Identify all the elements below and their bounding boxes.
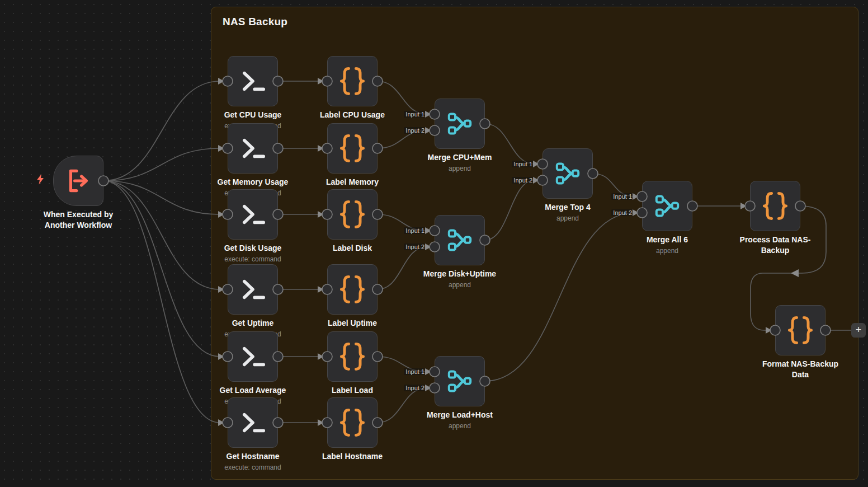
lightning-icon	[36, 174, 45, 185]
input-label-2: Input 2	[390, 384, 426, 392]
node-title: Label Memory	[308, 177, 397, 188]
node-title: Get Uptime	[208, 318, 298, 329]
terminal-icon	[233, 269, 273, 310]
node-body[interactable]	[327, 123, 378, 174]
code-braces-icon	[332, 336, 372, 377]
node-body[interactable]	[435, 215, 485, 265]
input-label-1: Input 1	[390, 368, 426, 376]
code-braces-icon	[332, 269, 372, 310]
node-body[interactable]	[327, 189, 378, 240]
input-label-1: Input 1	[390, 227, 426, 235]
node-body[interactable]	[542, 148, 593, 199]
node-title: Label Uptime	[308, 318, 397, 329]
terminal-icon	[233, 128, 273, 168]
node-title: Get CPU Usage	[208, 110, 298, 120]
node-title: Merge CPU+Mem	[415, 152, 504, 163]
node-title: Label Load	[308, 385, 397, 396]
node-title: Merge Load+Host	[415, 410, 504, 420]
node-title: Get Hostname	[208, 451, 298, 462]
node-body[interactable]	[775, 305, 825, 355]
add-node-button[interactable]: +	[851, 323, 866, 338]
node-body[interactable]	[750, 181, 800, 231]
node-body[interactable]	[327, 397, 378, 448]
node-body[interactable]	[435, 356, 485, 406]
input-label-2: Input 2	[498, 176, 534, 184]
merge-icon	[440, 361, 480, 401]
merge-icon	[440, 220, 480, 260]
node-body[interactable]	[228, 189, 278, 240]
input-label-2: Input 2	[390, 243, 426, 251]
node-title: Label Disk	[308, 243, 397, 254]
node-body[interactable]	[327, 331, 378, 382]
workflow-canvas[interactable]: NAS Backup When Executed by Another Work…	[0, 0, 868, 487]
node-body[interactable]	[642, 181, 692, 231]
input-label-2: Input 2	[598, 209, 634, 217]
merge-icon	[647, 186, 687, 226]
node-title: Get Disk Usage	[208, 243, 298, 254]
terminal-icon	[233, 194, 273, 235]
input-label-1: Input 1	[390, 110, 426, 118]
node-body[interactable]	[435, 99, 485, 149]
node-title: Get Load Average	[208, 385, 298, 396]
node-subtitle: append	[415, 165, 504, 172]
code-braces-icon	[780, 310, 820, 350]
node-subtitle: append	[415, 422, 504, 430]
node-body[interactable]	[228, 264, 278, 315]
input-label-1: Input 1	[498, 160, 534, 168]
node-body[interactable]	[53, 156, 103, 206]
node-body[interactable]	[228, 123, 278, 174]
node-body[interactable]	[327, 264, 378, 315]
node-title: Get Memory Usage	[208, 177, 298, 188]
node-body[interactable]	[327, 56, 378, 106]
node-title: Format NAS-Backup Data	[756, 359, 845, 380]
node-subtitle: append	[622, 247, 712, 255]
merge-icon	[548, 153, 588, 194]
code-braces-icon	[332, 194, 372, 235]
execute-workflow-icon	[58, 161, 98, 201]
node-body[interactable]	[228, 331, 278, 382]
code-braces-icon	[332, 128, 372, 168]
node-title: Label Hostname	[308, 451, 397, 462]
node-body[interactable]	[228, 397, 278, 448]
node-title: Merge Disk+Uptime	[415, 269, 504, 279]
code-braces-icon	[332, 402, 372, 443]
merge-icon	[440, 104, 480, 144]
node-title: Merge All 6	[622, 235, 712, 245]
node-title: When Executed by Another Workflow	[34, 209, 123, 231]
node-body[interactable]	[228, 56, 278, 106]
node-title: Label CPU Usage	[308, 110, 397, 120]
terminal-icon	[233, 336, 273, 377]
code-braces-icon	[332, 61, 372, 101]
terminal-icon	[233, 61, 273, 101]
node-title: Process Data NAS-Backup	[730, 235, 820, 256]
code-braces-icon	[755, 186, 795, 226]
input-label-1: Input 1	[598, 193, 634, 200]
node-subtitle: execute: command	[208, 255, 298, 263]
node-subtitle: append	[415, 281, 504, 289]
node-subtitle: execute: command	[208, 463, 298, 471]
terminal-icon	[233, 402, 273, 443]
input-label-2: Input 2	[390, 127, 426, 134]
